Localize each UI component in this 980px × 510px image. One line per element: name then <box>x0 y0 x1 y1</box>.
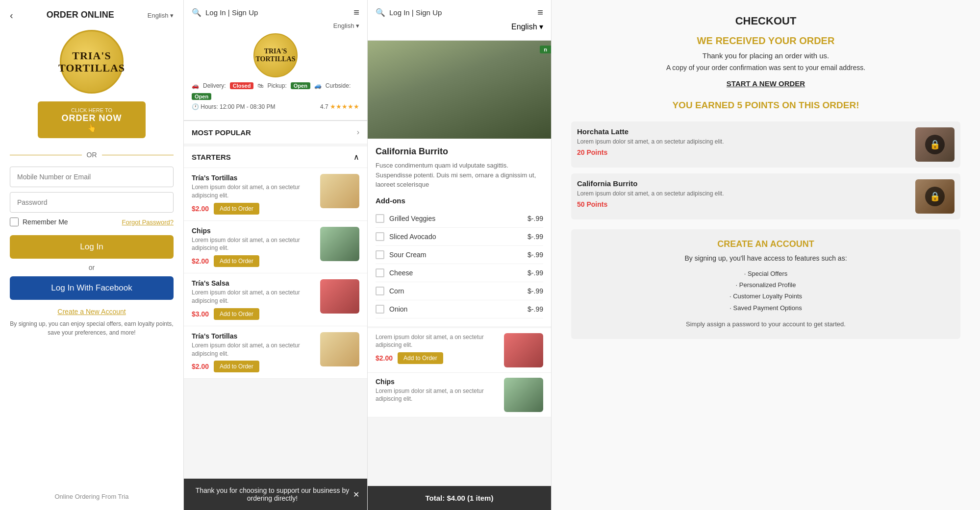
lock-icon-2: 🔒 <box>925 187 945 206</box>
detail-hamburger-menu[interactable]: ≡ <box>537 7 543 18</box>
addon-checkbox[interactable] <box>376 287 384 295</box>
order-item-info-2: California Burrito Lorem ipsum dolor sit… <box>577 179 909 209</box>
addon-name: Sliced Avocado <box>389 233 436 241</box>
pickup-status-badge: Open <box>291 82 310 89</box>
email-input[interactable] <box>10 167 174 187</box>
detail-bottom-item-info: Chips Lorem ipsum dolor sit amet, a on s… <box>376 378 499 407</box>
menu-item-image <box>320 279 359 314</box>
or-divider: OR <box>10 151 174 159</box>
back-button[interactable]: ‹ <box>10 10 13 21</box>
detail-bottom-item-image <box>504 333 543 367</box>
menu-item-desc: Lorem ipsum dolor sit amet, a on sectetu… <box>192 183 315 200</box>
menu-item-row: Tría's Tortillas Lorem ipsum dolor sit a… <box>184 326 367 379</box>
add-to-order-button[interactable]: Add to Order <box>214 255 259 267</box>
panel-checkout: CHECKOUT WE RECEIVED YOUR ORDER Thank yo… <box>552 0 980 510</box>
curbside-icon: 🚙 <box>314 82 322 89</box>
top-nav: 🔍 Log In | Sign Up ≡ <box>192 7 359 18</box>
create-account-link[interactable]: Create a New Account <box>57 308 126 316</box>
menu-item-price: $2.00 <box>192 257 209 265</box>
detail-bottom-items: Lorem ipsum dolor sit amet, a on sectetu… <box>368 328 551 417</box>
click-here-label: CLICK HERE TO <box>71 107 112 113</box>
add-to-order-button[interactable]: Add to Order <box>214 361 259 372</box>
start-new-order-link[interactable]: START A NEW ORDER <box>571 79 960 88</box>
order-item-image-1: 🔒 <box>915 127 955 162</box>
remember-me-container: Remember Me <box>10 218 68 226</box>
banner-text: Thank you for choosing to support our bu… <box>192 486 353 502</box>
addon-checkbox[interactable] <box>376 250 384 259</box>
menu-logo-row: Tria's Tortillas <box>192 33 359 77</box>
create-account-features: · Special Offers · Personalized Profile … <box>581 268 951 314</box>
login-signup-link[interactable]: Log In | Sign Up <box>205 8 258 17</box>
language-selector-menu[interactable]: English ▾ <box>333 22 359 29</box>
addon-left: Onion <box>376 305 407 314</box>
delivery-status-badge: Closed <box>230 82 254 89</box>
starters-header[interactable]: STARTERS ∧ <box>184 146 367 168</box>
login-button[interactable]: Log In <box>10 235 174 259</box>
menu-item-bottom: $2.00 Add to Order <box>192 255 315 267</box>
detail-bottom-item-desc: Lorem ipsum dolor sit amet, a on sectetu… <box>376 333 499 350</box>
menu-item-price: $2.00 <box>192 205 209 213</box>
detail-search-icon[interactable]: 🔍 <box>376 8 385 17</box>
menu-item-bottom: $2.00 Add to Order <box>192 203 315 215</box>
detail-header: 🔍 Log In | Sign Up ≡ English ▾ <box>368 0 551 41</box>
pickup-label: Pickup: <box>267 82 286 89</box>
or-small-text: or <box>89 264 95 271</box>
remember-me-checkbox[interactable] <box>10 218 19 226</box>
menu-item-desc: Lorem ipsum dolor sit amet, a on sectetu… <box>192 289 315 305</box>
addon-checkbox[interactable] <box>376 305 384 314</box>
password-input[interactable] <box>10 192 174 213</box>
addons-title: Add-ons <box>376 196 543 205</box>
order-now-button[interactable]: CLICK HERE TO ORDER NOW 👆 <box>38 101 146 138</box>
nav-left: 🔍 Log In | Sign Up <box>192 8 258 17</box>
menu-restaurant-logo: Tria's Tortillas <box>253 33 298 77</box>
item-detail-card: California Burrito Fusce condimentum qua… <box>368 139 551 326</box>
menu-item-bottom: $2.00 Add to Order <box>192 361 315 372</box>
create-account-description: By signing up, you'll have access to fea… <box>581 254 951 262</box>
detail-bottom-price: $2.00 <box>376 354 393 362</box>
curbside-label: Curbside: <box>326 82 351 89</box>
divider-line-right <box>102 155 174 155</box>
create-account-title: CREATE AN ACCOUNT <box>581 239 951 249</box>
addon-left: Corn <box>376 287 404 295</box>
menu-item-bottom: $3.00 Add to Order <box>192 308 315 320</box>
logo-text-line2: Tortillas <box>58 62 125 74</box>
starters-title: STARTERS <box>192 153 231 161</box>
open-badge: n <box>540 46 551 53</box>
order-item-image-2: 🔒 <box>915 179 955 214</box>
add-to-order-button[interactable]: Add to Order <box>214 308 259 320</box>
detail-bottom-item-name: Chips <box>376 378 499 386</box>
food-image: n <box>368 41 551 139</box>
menu-item-name: Chips <box>192 227 315 235</box>
addon-row: Sliced Avocado $-.99 <box>376 228 543 246</box>
order-item-card-2: California Burrito Lorem ipsum dolor sit… <box>571 173 960 219</box>
addon-checkbox[interactable] <box>376 268 384 277</box>
detail-login-signup-link[interactable]: Log In | Sign Up <box>389 8 442 17</box>
addon-checkbox[interactable] <box>376 214 384 223</box>
order-received-title: WE RECEIVED YOUR ORDER <box>571 35 960 47</box>
language-selector[interactable]: English ▾ <box>148 12 174 19</box>
menu-logo-line1: Tria's <box>264 48 287 55</box>
detail-bottom-item-desc: Lorem ipsum dolor sit amet, a on sectetu… <box>376 387 499 404</box>
forgot-password-link[interactable]: Forgot Password? <box>122 219 174 226</box>
hamburger-menu[interactable]: ≡ <box>353 7 359 18</box>
most-popular-row[interactable]: MOST POPULAR › <box>184 121 367 144</box>
add-to-order-button[interactable]: Add to Order <box>214 203 259 215</box>
addon-checkbox[interactable] <box>376 232 384 241</box>
restaurant-logo: Tria's Tortillas <box>60 30 124 94</box>
total-footer: Total: $4.00 (1 item) <box>368 486 551 510</box>
addon-row: Cheese $-.99 <box>376 264 543 282</box>
menu-logo-line2: Tortillas <box>256 55 296 63</box>
starters-section: STARTERS ∧ Tría's Tortillas Lorem ipsum … <box>184 146 367 379</box>
menu-item-info: Chips Lorem ipsum dolor sit amet, a on s… <box>192 227 315 267</box>
delivery-row: 🚗 Delivery: Closed 🛍 Pickup: Open 🚙 Curb… <box>192 82 359 100</box>
menu-item-row: Chips Lorem ipsum dolor sit amet, a on s… <box>184 221 367 274</box>
detail-add-to-order-button[interactable]: Add to Order <box>398 352 443 364</box>
detail-language-selector[interactable]: English ▾ <box>511 22 543 31</box>
detail-bottom-item-bottom: $2.00 Add to Order <box>376 352 499 364</box>
stars-icon: ★★★★★ <box>330 103 359 110</box>
facebook-login-button[interactable]: Log In With Facebook <box>10 276 174 300</box>
rating-row: 4.7 ★★★★★ <box>320 103 359 110</box>
search-icon[interactable]: 🔍 <box>192 8 201 17</box>
lock-icon-1: 🔒 <box>925 135 945 154</box>
close-banner-button[interactable]: ✕ <box>353 490 359 499</box>
